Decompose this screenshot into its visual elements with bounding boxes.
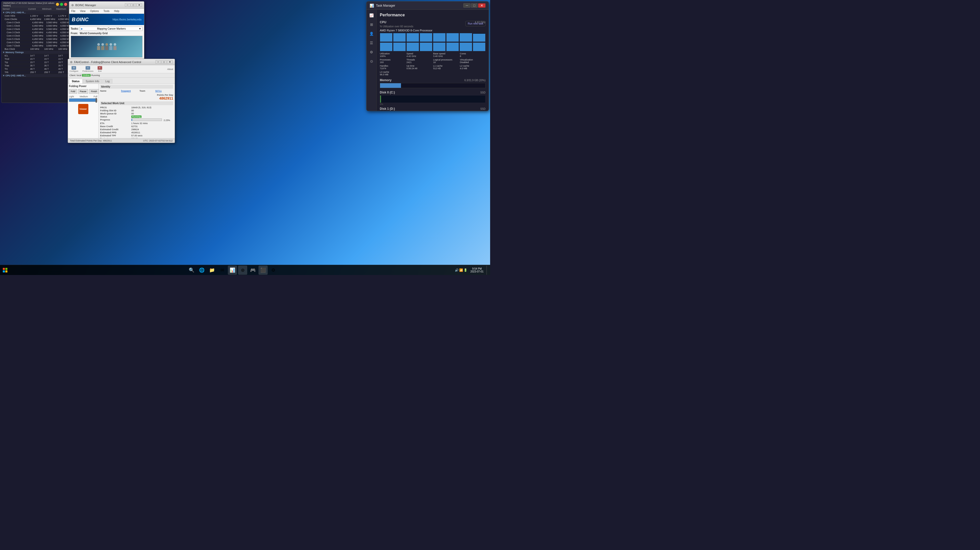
finish-btn[interactable]: Finish [89,89,99,94]
taskbar-search-btn[interactable]: 🔍 [187,265,196,275]
disk1-label: Disk 1 (D:) [380,107,395,111]
from-project: World Community Grid [80,32,108,35]
core0-clock-row: Core 0 Clock 4,450 MHz3,560 MHz4,550 MHz [2,21,69,24]
boinc-maximize-btn[interactable]: □ [131,3,136,6]
taskmgr-window: 📊 Task Manager ─ □ ✕ 📈 ⊞ 👤 ☰ ⚙ ⊙ Perform… [366,1,489,111]
exit-label: Exit [98,70,102,72]
fah-tab-log[interactable]: Log [102,79,112,84]
core7-clock-row: Core 7 Clock 4,450 MHz3,560 MHz4,550 MHz [2,44,69,48]
name-value[interactable]: freaagent [121,90,139,92]
boinc-menu-help[interactable]: Help [113,10,120,13]
taskbar-taskmgr-btn[interactable]: ⬛ [258,265,268,275]
taskbar[interactable]: 🔍 🌐 📁 ✉ 📊 ⊛ 🎮 ⬛ ⚙ 🔊 📶 🔋 9:54 PM 2023-07-… [0,265,490,275]
boinc-titlebar[interactable]: ⊛ BOINC Manager ─ □ ✕ [69,2,144,9]
tm-icon-performance[interactable]: 📈 [368,12,375,19]
cpu-uptime-detail: Up time0:06:24:48 [407,65,433,70]
boinc-project-image [71,36,143,57]
power-slider-handle[interactable] [95,98,97,103]
power-slider[interactable] [69,98,97,102]
boinc-menu-file[interactable]: File [70,10,76,13]
task-name: Mapping Cancer Markers [97,27,126,30]
tm-header: Performance [380,13,485,17]
boinc-close-btn[interactable]: ✕ [137,3,142,6]
cpu-logical-detail: Logical processors16 [433,59,459,64]
hwinfo-titlebar[interactable]: HWiNFO64 v7.50-5150 Sensor Status [216 v… [2,2,69,7]
tray-icon-2[interactable]: 📶 [459,269,463,272]
taskbar-steam-btn[interactable]: 🎮 [248,265,258,275]
viewer-btn[interactable]: Viewer [78,104,88,114]
name-label: Name [100,90,121,92]
taskbar-settings-btn[interactable]: ⚙ [269,265,278,275]
task-dropdown[interactable]: ▶ Mapping Cancer Markers ▼ [80,27,143,31]
fah-titlebar[interactable]: ⊛ FAHControl - Folding@home Client Advan… [68,59,175,65]
fah-tab-system-info[interactable]: System Info [83,79,102,84]
core5-clock-row: Core 5 Clock 4,450 MHz3,560 MHz4,550 MHz [2,38,69,41]
taskbar-files-btn[interactable]: 📁 [207,265,216,275]
fah-exit-btn[interactable]: ✕ Exit [97,66,102,72]
boinc-menu-view[interactable]: View [79,10,87,13]
clock[interactable]: 9:54 PM 2023-07-01 [468,267,485,273]
boinc-menubar: File View Options Tools Help [69,9,144,14]
est-tpf-value: 57.00 secs [131,134,173,137]
fah-preferences-btn[interactable]: ≡ Preferences [83,66,94,72]
tm-icon-apps[interactable]: ⊞ [368,21,375,28]
fah-minimize-btn[interactable]: ─ [156,60,161,64]
fah-about-label[interactable]: About [167,68,173,70]
fah-configure-btn[interactable]: ⚙ Configure [70,66,78,72]
taskbar-browser-btn[interactable]: 🌐 [197,265,206,275]
disk1-type: SSD [480,108,485,110]
core1-clock-row: Core 1 Clock 4,450 MHz3,560 MHz4,550 MHz [2,24,69,28]
taskmgr-maximize-btn[interactable]: □ [471,3,477,8]
cpu-handles-detail: Handles71974 [380,65,406,70]
wu-status-value: Running [131,115,173,118]
prcg-value: 18449 (5, 319, 813) [131,106,173,109]
tm-icon-settings[interactable]: ⊙ [368,58,375,65]
fah-title: FAHControl - Folding@home Client Advance… [74,60,141,64]
taskbar-boinc-btn[interactable]: ⊛ [238,265,247,275]
trfc-row: Trfc 255 T255 T255 T [2,71,69,74]
fah-toolbar: ⚙ Configure ≡ Preferences ✕ Exit About [68,65,175,73]
selected-wu-title: Selected Work Unit [100,102,173,105]
fah-close-btn[interactable]: ✕ [167,60,173,64]
fold-btn[interactable]: Fold [69,89,77,94]
hwinfo-close-btn[interactable] [64,3,67,6]
boinc-minimize-btn[interactable]: ─ [125,3,130,6]
tm-icon-services[interactable]: ⚙ [368,49,375,56]
hwinfo-minimize-btn[interactable] [56,3,59,6]
hwinfo-maximize-btn[interactable] [60,3,63,6]
tray-icon-1[interactable]: 🔊 [455,269,459,272]
cpu-l2-detail: L2 cache4.0 MB [460,65,486,70]
cpu-l3-detail: L3 cache96.0 MB [380,71,432,76]
boinc-header: B⊙INC https://boinc.berkeley.edu [69,14,144,25]
show-desktop-btn[interactable] [487,265,488,275]
fah-maximize-btn[interactable]: □ [161,60,167,64]
wu-status-label: Status [100,115,131,118]
team-value[interactable]: 50711 [155,90,173,92]
project-image-placeholder [71,36,142,57]
viewer-label: Viewer [80,108,87,110]
fah-tab-status[interactable]: Status [69,79,83,84]
run-new-task-btn[interactable]: Run new task [465,21,485,26]
cpu-speed-detail: Speed4.42 GHz [407,52,433,57]
trc-row: Trc 46 T46 T46 T [2,67,69,71]
tm-icon-users[interactable]: 👤 [368,30,375,37]
taskmgr-close-btn[interactable]: ✕ [478,3,485,8]
taskbar-hwinfo-btn[interactable]: 📊 [228,265,237,275]
boinc-menu-options[interactable]: Options [89,10,100,13]
memory-used-fill [380,83,401,88]
team-label: Team [140,90,155,92]
power-slider-labels: Light Medium Full [69,95,97,98]
wu-progress-label: Progress [100,118,131,122]
boinc-menu-tools[interactable]: Tools [102,10,110,13]
taskmgr-titlebar[interactable]: 📊 Task Manager ─ □ ✕ [366,2,488,10]
wu-grid: PRCG 18449 (5, 319, 813) Folding Slot ID… [100,106,173,143]
full-label: Full [94,95,97,98]
taskbar-mail-btn[interactable]: ✉ [218,265,227,275]
pause-btn[interactable]: Pause [78,89,88,94]
disk0-graph [380,95,485,103]
start-button[interactable] [0,265,10,275]
tray-icon-3[interactable]: 🔋 [464,269,468,272]
fah-identity-grid: Name freaagent Team 50711 [100,90,173,92]
taskmgr-minimize-btn[interactable]: ─ [463,3,470,8]
tm-icon-details[interactable]: ☰ [368,39,375,46]
